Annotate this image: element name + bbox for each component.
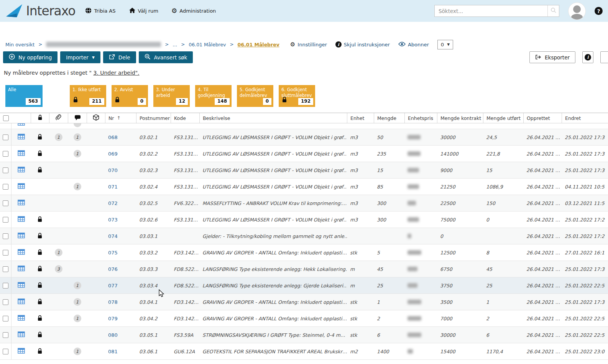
row-nr-link[interactable]: 073 [108,217,118,223]
comment-count-badge[interactable]: 1 [74,133,81,141]
row-nr-link[interactable]: 076 [108,266,118,272]
table-row-068[interactable]: 1106803.02.1FS3.131…UTLEGGING AV LØSMASS… [0,129,608,146]
attachment-count-badge[interactable]: 1 [55,249,62,256]
grid-table-icon[interactable] [18,233,25,239]
row-checkbox[interactable] [3,283,8,289]
row-checkbox[interactable] [3,200,8,206]
table-row-073[interactable]: 07303.02.6FS3.131…UTLEGGING AV LØSMASSER… [0,212,608,228]
comment-count-badge[interactable] [74,123,81,127]
grid-table-icon[interactable] [18,183,25,190]
table-row-078[interactable]: 107803.04.1FD3.142…GRAVING AV GROPER - A… [0,294,608,310]
stage-item-1[interactable]: 1. Ikke utført211 [70,85,106,107]
breadcrumb-parent[interactable]: 06.01 Målebrev [189,42,226,48]
row-checkbox[interactable] [3,184,8,190]
table-row-075[interactable]: 107503.03.2FD3.142…GRAVING AV GROPER - A… [0,244,608,261]
row-nr-link[interactable]: 080 [108,332,118,338]
header-postnummer[interactable]: Postnummer [136,113,171,123]
comment-count-badge[interactable]: 1 [74,183,81,190]
table-row-077[interactable]: 107703.03.4FD8.522…LANGSFØRING Type eksi… [0,277,608,294]
search-input[interactable] [435,5,547,16]
clipped-edge-button[interactable] [600,51,608,63]
breadcrumb-redacted-item[interactable] [46,42,161,47]
comment-count-badge[interactable]: 1 [74,348,81,355]
comment-count-badge[interactable]: 1 [74,298,81,306]
interaxo-logo[interactable]: Interaxo [5,3,75,20]
grid-table-icon[interactable] [18,150,25,157]
table-row-071[interactable]: 107103.02.4FS3.131…UTLEGGING AV LØSMASSE… [0,179,608,195]
grid-table-icon[interactable] [18,315,25,322]
header-endret[interactable]: Endret [562,113,608,123]
import-button[interactable]: Importer ▼ [60,51,100,63]
row-nr-link[interactable]: 081 [108,349,118,354]
row-nr-link[interactable]: 079 [108,316,118,321]
search-button[interactable] [547,5,559,16]
breadcrumb-ellipsis[interactable]: ... [173,42,177,48]
table-row-074[interactable]: 07403.03.1Gjelder: - Tilknytning/kobling… [0,228,608,244]
stage-item-6[interactable]: 6. Godkjent sluttmålebrev192 [279,85,315,107]
grid-table-icon[interactable] [18,167,25,174]
grid-table-icon[interactable] [18,249,25,256]
table-row-081[interactable]: 108103.06.1GU6.12AGEOTEKSTIL FOR SEPARAS… [0,343,608,360]
stage-item-5[interactable]: 5. Godkjent delmålebrev0 [237,85,273,107]
stage-item-3[interactable]: 3. Under arbeid12 [153,85,190,107]
subscribe-action[interactable]: Abonner [398,42,429,48]
grid-table-icon[interactable] [18,282,25,289]
header-enhetspris[interactable]: Enhetspris [404,113,437,123]
row-nr-link[interactable]: 078 [108,299,118,305]
row-nr-link[interactable]: 072 [108,200,118,206]
grid-table-icon[interactable] [18,123,25,127]
grid-table-icon[interactable] [18,331,25,338]
grid-table-icon[interactable] [18,298,25,305]
export-button[interactable]: Eksporter [529,51,575,63]
row-checkbox[interactable] [3,151,8,157]
user-avatar[interactable] [569,3,585,20]
stage-item-2[interactable]: 2. Avvist0 [112,85,148,107]
table-row-070[interactable]: 07003.02.3FS3.131…UTLEGGING AV LØSMASSER… [0,162,608,179]
row-checkbox[interactable] [3,250,8,256]
row-checkbox[interactable] [3,299,8,305]
hide-instructions-action[interactable]: i Skjul instruksjoner [335,41,390,48]
breadcrumb-current[interactable]: 06.01 Målebrev [238,42,279,48]
row-nr-link[interactable]: 068 [108,134,118,140]
attachment-count-badge[interactable]: 1 [55,133,62,141]
header-mengde[interactable]: Mengde [374,113,404,123]
subscribe-count-dropdown[interactable]: 0 ▼ [437,40,453,49]
header-comments-col[interactable] [68,113,87,123]
menu-item-administration[interactable]: ⚙ Administration [171,8,216,14]
grid-table-icon[interactable] [18,134,25,141]
row-checkbox[interactable] [3,316,8,321]
advanced-search-button[interactable]: Avansert søk [139,51,193,63]
table-row-080[interactable]: 08003.05.1FS3.59ASTRØMNINGSAVSKJÆRING I … [0,327,608,343]
table-row[interactable] [0,123,608,129]
grid-table-icon[interactable] [18,348,25,355]
header-nr[interactable]: Nr ↑ [105,113,136,123]
settings-action[interactable]: ⚙ Innstillinger [290,42,327,48]
grid-table-icon[interactable] [18,266,25,272]
header-kode[interactable]: Kode [171,113,199,123]
row-nr-link[interactable]: 069 [108,151,118,157]
info-button[interactable]: i [582,51,593,63]
row-checkbox[interactable] [3,217,8,223]
header-mengde-kontrakt[interactable]: Mengde kontrakt [437,113,483,123]
attachment-count-badge[interactable]: 3 [55,265,62,273]
table-row-076[interactable]: 307603.03.3FD8.522…LANGSFØRING Type eksi… [0,261,608,277]
row-nr-link[interactable]: 070 [108,167,118,173]
row-nr-link[interactable]: 077 [108,283,118,289]
grid-table-icon[interactable] [18,200,25,207]
row-nr-link[interactable]: 074 [108,233,118,239]
row-checkbox[interactable] [3,349,8,354]
header-beskrivelse[interactable]: Beskrivelse [199,113,347,123]
header-model-col[interactable] [87,113,105,123]
table-row-072[interactable]: 07203.02.5FV6.322…MASSEFLYTTING - ANBRAK… [0,195,608,212]
header-enhet[interactable]: Enhet [347,113,374,123]
header-lock-col[interactable] [31,113,49,123]
select-all-checkbox[interactable] [3,115,9,121]
row-checkbox[interactable] [3,134,8,140]
row-nr-link[interactable]: 071 [108,184,118,190]
breadcrumb-home[interactable]: Min oversikt [5,42,35,48]
grid-table-icon[interactable] [18,216,25,223]
stage-all[interactable]: Alle563 [5,85,43,107]
stage-link[interactable]: 3. Under arbeid". [93,70,139,76]
row-checkbox[interactable] [3,167,8,173]
table-row-069[interactable]: 106903.02.2FS3.131…UTLEGGING AV LØSMASSE… [0,146,608,162]
